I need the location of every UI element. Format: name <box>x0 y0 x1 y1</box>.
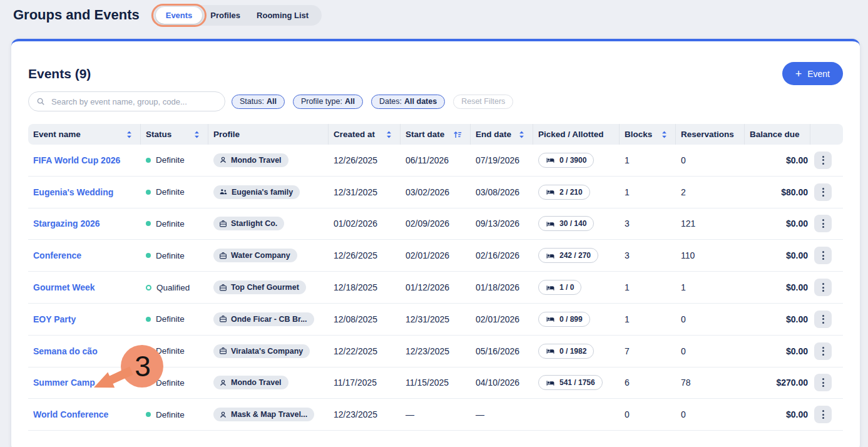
column-header-profile: Profile <box>208 124 329 145</box>
status-label: Definite <box>156 378 185 388</box>
sort-icon[interactable] <box>661 131 670 138</box>
blocks-count: 1 <box>620 155 676 165</box>
reset-filters-button[interactable]: Reset Filters <box>453 95 513 109</box>
plus-icon: + <box>795 68 802 80</box>
event-name-link[interactable]: Conference <box>33 250 81 260</box>
profile-chip[interactable]: Viralata's Company <box>213 344 310 358</box>
start-date: 01/12/2026 <box>401 282 471 292</box>
picked-allotted-badge: 2 / 210 <box>538 185 590 200</box>
table-header: Event nameStatusProfileCreated atStart d… <box>28 124 843 145</box>
briefcase-icon <box>219 252 227 260</box>
status-label: Definite <box>156 346 185 356</box>
person-icon <box>219 156 227 164</box>
sort-icon[interactable] <box>519 131 528 138</box>
sort-asc-icon[interactable] <box>454 131 465 138</box>
reservations-count: 110 <box>676 250 745 260</box>
column-header-event-name[interactable]: Event name <box>28 124 141 145</box>
search-box[interactable] <box>28 91 225 111</box>
event-name-link[interactable]: Semana do cão <box>33 346 98 356</box>
reservations-count: 78 <box>676 378 745 388</box>
bed-icon <box>546 347 555 355</box>
status-dot-qualified <box>146 285 151 290</box>
status-dot-definite <box>146 190 151 195</box>
event-row: World ConferenceDefiniteMask & Map Trave… <box>28 399 843 431</box>
status-label: Definite <box>156 155 185 165</box>
event-row: Stargazing 2026DefiniteStarlight Co.01/0… <box>28 208 843 240</box>
blocks-count: 1 <box>620 282 676 292</box>
row-actions-button[interactable] <box>814 183 832 201</box>
column-header-status[interactable]: Status <box>141 124 208 145</box>
filter-chip-dates[interactable]: Dates:All dates <box>371 95 445 109</box>
family-icon <box>219 188 228 196</box>
row-actions-button[interactable] <box>814 152 832 169</box>
end-date: 02/16/2026 <box>471 250 533 260</box>
filter-chip-status[interactable]: Status:All <box>232 95 285 109</box>
blocks-count: 1 <box>620 187 676 197</box>
created-at: 01/02/2026 <box>329 218 401 229</box>
status-dot-definite <box>146 221 151 226</box>
picked-allotted-badge: 0 / 899 <box>538 312 590 327</box>
status-dot-definite <box>146 158 151 163</box>
row-actions-button[interactable] <box>814 215 832 232</box>
created-at: 12/23/2025 <box>329 409 401 419</box>
event-name-link[interactable]: EOY Party <box>33 314 76 324</box>
tab-profiles[interactable]: Profiles <box>202 7 248 24</box>
event-name-link[interactable]: Eugenia's Wedding <box>33 187 113 197</box>
end-date: 07/19/2026 <box>471 155 533 165</box>
reservations-count: 0 <box>676 409 745 419</box>
profile-chip[interactable]: Mondo Travel <box>213 153 288 167</box>
add-event-button[interactable]: +Event <box>782 62 843 85</box>
sort-icon[interactable] <box>386 131 395 138</box>
picked-allotted-badge: 1 / 0 <box>538 280 581 295</box>
end-date: 02/01/2026 <box>471 314 533 324</box>
blocks-count: 6 <box>620 378 676 388</box>
profile-chip[interactable]: Mask & Map Travel... <box>213 408 314 421</box>
blocks-count: 3 <box>620 250 676 260</box>
event-name-link[interactable]: Gourmet Week <box>33 282 95 292</box>
event-name-link[interactable]: Summer Camp <box>33 378 95 388</box>
column-header-created-at[interactable]: Created at <box>329 124 401 145</box>
status-dot-definite <box>146 412 151 417</box>
row-actions-button[interactable] <box>814 342 832 360</box>
column-header-end-date[interactable]: End date <box>471 124 533 145</box>
balance-due: $80.00 <box>745 187 810 197</box>
column-header-blocks[interactable]: Blocks <box>620 124 676 145</box>
tab-rooming-list[interactable]: Rooming List <box>248 7 317 24</box>
start-date: 02/01/2026 <box>401 250 471 260</box>
status-label: Definite <box>156 187 185 197</box>
blocks-count: 1 <box>620 314 676 324</box>
row-actions-button[interactable] <box>814 374 832 391</box>
profile-chip[interactable]: Starlight Co. <box>213 217 284 230</box>
row-actions-button[interactable] <box>814 247 832 264</box>
event-name-link[interactable]: Stargazing 2026 <box>33 218 100 229</box>
profile-chip[interactable]: Water Company <box>213 249 297 262</box>
row-actions-button[interactable] <box>814 406 832 423</box>
event-name-link[interactable]: World Conference <box>33 409 108 419</box>
created-at: 12/26/2025 <box>329 155 401 165</box>
created-at: 12/26/2025 <box>329 250 401 260</box>
profile-name: Top Chef Gourmet <box>231 283 299 292</box>
filter-chip-profile-type[interactable]: Profile type:All <box>293 95 363 109</box>
sort-icon[interactable] <box>194 131 203 138</box>
column-header-actions <box>810 124 839 145</box>
status-label: Definite <box>156 314 185 324</box>
balance-due: $0.00 <box>745 346 810 356</box>
column-header-start-date[interactable]: Start date <box>401 124 471 145</box>
balance-due: $0.00 <box>745 314 810 324</box>
row-actions-button[interactable] <box>814 279 832 296</box>
profile-chip[interactable]: Top Chef Gourmet <box>213 280 306 294</box>
profile-name: Onde Ficar - CB Br... <box>231 315 307 324</box>
tab-events[interactable]: Events <box>156 7 203 24</box>
sort-icon[interactable] <box>126 131 135 138</box>
balance-due: $270.00 <box>745 378 810 388</box>
profile-chip[interactable]: Eugenia's family <box>213 185 300 199</box>
column-header-picked-allotted: Picked / Allotted <box>533 124 620 145</box>
start-date: 12/31/2025 <box>401 314 471 324</box>
row-actions-button[interactable] <box>814 311 832 328</box>
created-at: 11/17/2025 <box>329 378 401 388</box>
search-input[interactable] <box>50 96 217 107</box>
profile-chip[interactable]: Mondo Travel <box>213 376 288 389</box>
blocks-count: 3 <box>620 218 676 229</box>
profile-chip[interactable]: Onde Ficar - CB Br... <box>213 312 314 326</box>
event-name-link[interactable]: FIFA World Cup 2026 <box>33 155 120 165</box>
